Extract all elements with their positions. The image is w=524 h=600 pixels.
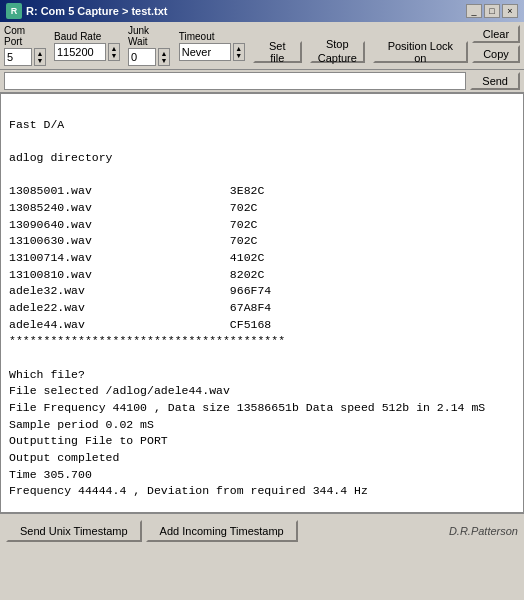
title-bar-buttons: _ □ × xyxy=(466,4,518,18)
send-row: Send xyxy=(0,70,524,93)
position-lock-button[interactable]: Position Lock on xyxy=(373,41,468,63)
app-icon: R xyxy=(6,3,22,19)
com-port-input[interactable] xyxy=(4,48,32,66)
baud-rate-input[interactable] xyxy=(54,43,106,61)
com-port-spinner[interactable]: ▲▼ xyxy=(34,48,46,66)
com-port-label: Com Port xyxy=(4,25,46,47)
copy-button[interactable]: Copy xyxy=(472,45,520,63)
baud-rate-spinner[interactable]: ▲▼ xyxy=(108,43,120,61)
timeout-input[interactable] xyxy=(179,43,231,61)
baud-rate-control: ▲▼ xyxy=(54,43,120,61)
com-port-control: ▲▼ xyxy=(4,48,46,66)
watermark: D.R.Patterson xyxy=(449,525,518,537)
baud-rate-group: Baud Rate ▲▼ xyxy=(54,31,120,61)
timeout-label: Timeout xyxy=(179,31,215,42)
bottom-bar: Send Unix Timestamp Add Incoming Timesta… xyxy=(0,513,524,547)
minimize-button[interactable]: _ xyxy=(466,4,482,18)
baud-rate-label: Baud Rate xyxy=(54,31,101,42)
send-input[interactable] xyxy=(4,72,466,90)
send-unix-timestamp-button[interactable]: Send Unix Timestamp xyxy=(6,520,142,542)
toolbar-left: Com Port ▲▼ Baud Rate ▲▼ Junk Wait xyxy=(4,25,468,66)
title-bar-left: R R: Com 5 Capture > test.txt xyxy=(6,3,168,19)
timeout-control: ▲▼ xyxy=(179,43,245,61)
close-button[interactable]: × xyxy=(502,4,518,18)
junk-wait-input[interactable] xyxy=(128,48,156,66)
terminal-content: Fast D/A adlog directory 13085001.wav 3E… xyxy=(9,118,485,513)
toolbar-right: Clear Copy xyxy=(472,25,520,63)
toolbar: Com Port ▲▼ Baud Rate ▲▼ Junk Wait xyxy=(0,22,524,70)
junk-wait-control: ▲▼ xyxy=(128,48,170,66)
toolbar-row1: Com Port ▲▼ Baud Rate ▲▼ Junk Wait xyxy=(4,25,468,66)
window-title: R: Com 5 Capture > test.txt xyxy=(26,5,168,17)
terminal-output[interactable]: Fast D/A adlog directory 13085001.wav 3E… xyxy=(0,93,524,513)
timeout-spinner[interactable]: ▲▼ xyxy=(233,43,245,61)
set-file-button[interactable]: Set file xyxy=(253,41,302,63)
clear-button[interactable]: Clear xyxy=(472,25,520,43)
maximize-button[interactable]: □ xyxy=(484,4,500,18)
junk-wait-label: Junk Wait xyxy=(128,25,171,47)
title-bar: R R: Com 5 Capture > test.txt _ □ × xyxy=(0,0,524,22)
junk-wait-group: Junk Wait ▲▼ xyxy=(128,25,171,66)
add-incoming-timestamp-button[interactable]: Add Incoming Timestamp xyxy=(146,520,298,542)
stop-capture-button[interactable]: Stop Capture xyxy=(310,41,365,63)
bottom-buttons: Send Unix Timestamp Add Incoming Timesta… xyxy=(6,520,298,542)
timeout-group: Timeout ▲▼ xyxy=(179,31,245,61)
send-button[interactable]: Send xyxy=(470,72,520,90)
com-port-group: Com Port ▲▼ xyxy=(4,25,46,66)
junk-wait-spinner[interactable]: ▲▼ xyxy=(158,48,170,66)
